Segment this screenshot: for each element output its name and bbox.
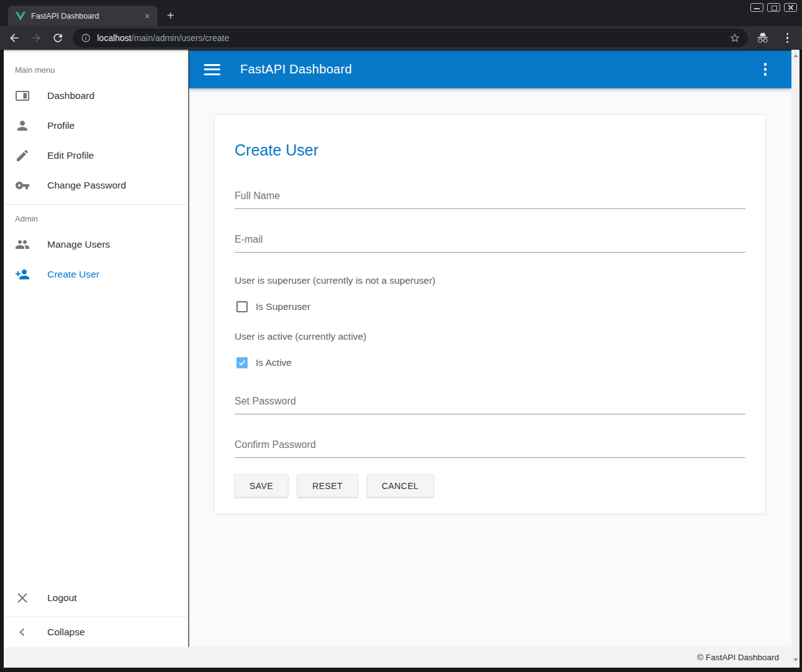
scroll-up-icon[interactable]: [793, 54, 798, 57]
copyright-text: © FastAPI Dashboard: [697, 653, 779, 662]
toolbar-right: [757, 32, 794, 45]
browser-chrome: FastAPI Dashboard × +: [0, 0, 802, 50]
sidebar-item-change-password[interactable]: Change Password: [4, 170, 188, 200]
tab-title: FastAPI Dashboard: [31, 12, 142, 21]
sidebar-item-edit-profile[interactable]: Edit Profile: [4, 141, 188, 170]
sidebar-section-admin: Admin: [15, 214, 188, 223]
confirm-password-field-wrap: [235, 437, 745, 458]
sidebar-item-label: Create User: [47, 269, 100, 280]
active-checkbox-row[interactable]: Is Active: [236, 357, 745, 368]
active-hint: User is active (currently active): [235, 331, 745, 342]
sidebar-spacer: [4, 289, 188, 583]
browser-tab[interactable]: FastAPI Dashboard ×: [8, 6, 157, 26]
url-host: localhost: [97, 33, 131, 43]
form-actions: SAVE RESET CANCEL: [235, 474, 745, 497]
email-input[interactable]: [235, 231, 745, 252]
set-password-field-wrap: [235, 393, 745, 414]
sidebar-item-dashboard[interactable]: Dashboard: [4, 81, 188, 111]
superuser-checkbox[interactable]: [236, 301, 248, 312]
active-checkbox[interactable]: [236, 357, 248, 368]
superuser-checkbox-row[interactable]: Is Superuser: [236, 301, 745, 312]
sidebar-item-label: Collapse: [47, 627, 85, 638]
vertical-scrollbar[interactable]: [791, 50, 800, 668]
person-icon: [15, 118, 30, 133]
back-button[interactable]: [7, 30, 22, 45]
full-name-input[interactable]: [235, 188, 745, 208]
key-icon: [15, 178, 30, 193]
url-path: /main/admin/users/create: [131, 33, 229, 43]
new-tab-button[interactable]: +: [163, 9, 178, 24]
reload-button[interactable]: [50, 30, 65, 45]
page-footer: © FastAPI Dashboard: [4, 647, 791, 668]
scroll-down-icon[interactable]: [793, 658, 798, 661]
page-title: Create User: [235, 141, 745, 159]
sidebar-item-label: Profile: [47, 120, 75, 131]
sidebar-divider: [4, 204, 188, 205]
browser-toolbar: localhost/main/admin/users/create: [0, 26, 802, 50]
set-password-input[interactable]: [235, 393, 745, 414]
sidebar: Main menu Dashboard Profile Edit Profile…: [4, 50, 189, 647]
bookmark-star-icon[interactable]: [729, 32, 740, 44]
sidebar-item-label: Manage Users: [47, 239, 110, 250]
email-field-wrap: [235, 231, 745, 253]
full-name-field-wrap: [235, 188, 745, 209]
browser-menu-icon[interactable]: [781, 32, 794, 45]
app-title: FastAPI Dashboard: [240, 62, 760, 77]
check-icon: [238, 358, 246, 367]
url-text: localhost/main/admin/users/create: [97, 33, 729, 43]
vue-logo-icon: [16, 11, 26, 21]
site-info-icon[interactable]: [81, 33, 91, 43]
sidebar-item-label: Dashboard: [47, 90, 95, 101]
pencil-icon: [15, 148, 30, 163]
active-checkbox-label[interactable]: Is Active: [256, 357, 292, 368]
superuser-hint: User is superuser (currently is not a su…: [235, 275, 745, 286]
hamburger-menu-icon[interactable]: [204, 62, 220, 78]
main-content: Create User User is superuser (currently…: [189, 88, 791, 647]
reset-button[interactable]: RESET: [297, 474, 358, 497]
person-add-icon: [15, 267, 30, 282]
tab-strip: FastAPI Dashboard × +: [0, 0, 802, 26]
app-bar: FastAPI Dashboard: [189, 50, 791, 88]
save-button[interactable]: SAVE: [235, 474, 288, 497]
superuser-checkbox-label[interactable]: Is Superuser: [256, 301, 310, 312]
confirm-password-input[interactable]: [235, 437, 745, 457]
window-controls: [750, 3, 797, 12]
sidebar-item-profile[interactable]: Profile: [4, 111, 188, 141]
address-bar[interactable]: localhost/main/admin/users/create: [73, 29, 748, 47]
close-icon: [15, 590, 30, 605]
sidebar-item-label: Logout: [47, 592, 77, 604]
maximize-button[interactable]: [767, 3, 780, 12]
minimize-button[interactable]: [750, 3, 763, 12]
people-icon: [15, 237, 30, 252]
sidebar-item-collapse[interactable]: Collapse: [4, 617, 188, 647]
incognito-icon: [757, 32, 769, 44]
create-user-card: Create User User is superuser (currently…: [214, 114, 766, 514]
browser-window: FastAPI Dashboard × +: [0, 0, 802, 672]
close-window-button[interactable]: [784, 3, 797, 12]
sidebar-item-label: Change Password: [47, 180, 126, 191]
chevron-left-icon: [15, 625, 30, 640]
sidebar-item-manage-users[interactable]: Manage Users: [4, 230, 188, 259]
tab-close-icon[interactable]: ×: [142, 11, 152, 21]
sidebar-item-logout[interactable]: Logout: [4, 583, 188, 613]
cancel-button[interactable]: CANCEL: [367, 474, 434, 497]
forward-button[interactable]: [29, 30, 44, 45]
app-menu-icon[interactable]: [760, 62, 771, 77]
sidebar-section-main-menu: Main menu: [15, 65, 188, 75]
dashboard-icon: [15, 88, 30, 103]
sidebar-item-create-user[interactable]: Create User: [4, 259, 188, 289]
sidebar-item-label: Edit Profile: [47, 150, 94, 161]
